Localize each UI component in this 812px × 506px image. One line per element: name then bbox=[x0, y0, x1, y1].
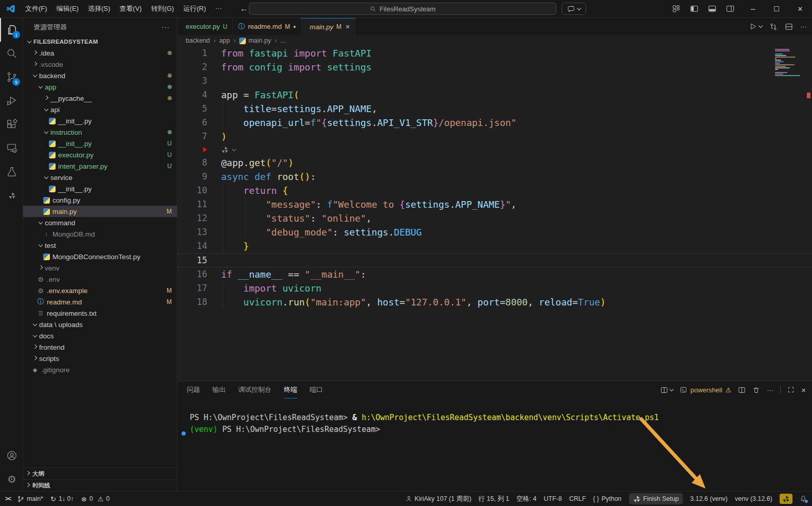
section-timeline[interactable]: 时间线 bbox=[23, 479, 177, 491]
breadcrumb-item[interactable]: main.py bbox=[239, 37, 271, 44]
activity-source-control[interactable]: 9 bbox=[0, 65, 23, 89]
panel-tab-问题[interactable]: 问题 bbox=[187, 381, 200, 399]
tree-item-config.py[interactable]: config.py bbox=[23, 194, 177, 206]
code-line-13[interactable]: 13 "debug_mode": settings.DEBUG bbox=[177, 225, 812, 239]
tree-item-app[interactable]: app bbox=[23, 81, 177, 93]
tree-item-__init__.py[interactable]: __init__.pyU bbox=[23, 138, 177, 149]
breadcrumb-item[interactable]: ... bbox=[280, 37, 285, 44]
menu-查看[interactable]: 查看(V) bbox=[115, 2, 146, 15]
panel-tab-端口[interactable]: 端口 bbox=[310, 381, 323, 399]
tree-item-MongoDB.md[interactable]: ↓MongoDB.md bbox=[23, 228, 177, 240]
section-outline[interactable]: 大纲 bbox=[23, 467, 177, 479]
status-extension-status[interactable] bbox=[780, 494, 792, 504]
code-line-16[interactable]: 16if __name__ == "__main__": bbox=[177, 267, 812, 281]
activity-pinwheel-extension[interactable] bbox=[0, 184, 23, 207]
tree-item-frontend[interactable]: frontend bbox=[23, 341, 177, 353]
code-line-15[interactable]: 15 bbox=[177, 253, 812, 267]
tree-item-docs[interactable]: docs bbox=[23, 330, 177, 341]
status-blame[interactable]: KiriAky 107 (1 周前) bbox=[406, 493, 471, 504]
nav-back-icon[interactable]: ← bbox=[240, 4, 248, 13]
activity-search[interactable] bbox=[0, 42, 23, 65]
breadcrumb-item[interactable]: app bbox=[219, 37, 230, 44]
status-python-interpreter[interactable]: 3.12.6 (venv) bbox=[690, 493, 728, 504]
tree-item-scripts[interactable]: scripts bbox=[23, 353, 177, 364]
tree-item-readme.md[interactable]: ⓘreadme.mdM bbox=[23, 296, 177, 308]
activity-remote-explorer[interactable] bbox=[0, 136, 23, 160]
code-line-6[interactable]: 6 openapi_url=f"{settings.API_V1_STR}/op… bbox=[177, 116, 812, 130]
open-changes-icon[interactable] bbox=[769, 23, 778, 31]
run-dropdown-icon[interactable] bbox=[759, 24, 763, 28]
menu-编辑[interactable]: 编辑(E) bbox=[52, 2, 83, 15]
minimap[interactable] bbox=[775, 49, 804, 77]
panel-tab-终端[interactable]: 终端 bbox=[284, 381, 297, 399]
status-cursor-position[interactable]: 行 15, 列 1 bbox=[479, 493, 510, 504]
status-indentation[interactable]: 空格: 4 bbox=[516, 493, 536, 504]
tree-item-executor.py[interactable]: executor.pyU bbox=[23, 149, 177, 160]
tree-item-.gitignore[interactable]: ◆.gitignore bbox=[23, 364, 177, 375]
maximize-button[interactable]: ☐ bbox=[765, 0, 788, 18]
tab-executor.py[interactable]: executor.pyU bbox=[177, 18, 233, 35]
split-terminal-icon[interactable] bbox=[738, 386, 746, 394]
tree-item-command[interactable]: command bbox=[23, 217, 177, 228]
activity-settings[interactable]: ⚙ bbox=[0, 467, 23, 491]
tree-item-__pycache__[interactable]: __pycache__ bbox=[23, 93, 177, 104]
close-panel-icon[interactable]: × bbox=[801, 386, 806, 394]
copilot-chat-button[interactable] bbox=[562, 3, 586, 15]
activity-run-debug[interactable] bbox=[0, 89, 23, 113]
code-line-9[interactable]: 9async def root(): bbox=[177, 170, 812, 184]
code-line-7[interactable]: 7) bbox=[177, 130, 812, 143]
terminal-instance-powershell[interactable]: powershell ⚠ bbox=[680, 386, 731, 394]
code-line-2[interactable]: 2from config import settings bbox=[177, 60, 812, 74]
tab-main.py[interactable]: main.pyM× bbox=[301, 18, 355, 35]
tree-item-datauploads[interactable]: data \ uploads bbox=[23, 319, 177, 330]
split-editor-icon[interactable] bbox=[785, 23, 793, 31]
menu-转到[interactable]: 转到(G) bbox=[147, 2, 179, 15]
tree-item-.vscode[interactable]: .vscode bbox=[23, 59, 177, 70]
status-finish-setup[interactable]: Finish Setup bbox=[629, 493, 683, 504]
tree-item-.idea[interactable]: .idea bbox=[23, 47, 177, 59]
status-remote[interactable]: >< bbox=[5, 493, 10, 504]
menu-选择[interactable]: 选择(S) bbox=[83, 2, 115, 15]
breadcrumb[interactable]: backend›app›main.py›... bbox=[177, 35, 812, 46]
kill-terminal-icon[interactable] bbox=[752, 386, 760, 394]
tree-item-test[interactable]: test bbox=[23, 240, 177, 251]
panel-more-actions-icon[interactable]: ··· bbox=[767, 386, 773, 394]
breadcrumb-item[interactable]: backend bbox=[186, 37, 210, 44]
code-line-4[interactable]: 4app = FastAPI( bbox=[177, 88, 812, 102]
tree-item-.env[interactable]: ⚙.env bbox=[23, 274, 177, 285]
chevron-down-icon[interactable] bbox=[232, 147, 236, 151]
activity-extensions[interactable] bbox=[0, 113, 23, 136]
tree-item-instruction[interactable]: instruction bbox=[23, 127, 177, 138]
status-sync[interactable]: ↻1↓ 0↑ bbox=[50, 493, 74, 504]
code-line-14[interactable]: 14 } bbox=[177, 239, 812, 253]
minimize-button[interactable]: ─ bbox=[741, 0, 765, 18]
customize-layout-icon[interactable] bbox=[670, 2, 683, 15]
maximize-panel-icon[interactable] bbox=[787, 386, 795, 393]
tree-item-backend[interactable]: backend bbox=[23, 70, 177, 81]
status-git-branch[interactable]: main* bbox=[17, 493, 43, 504]
status-encoding[interactable]: UTF-8 bbox=[544, 493, 562, 504]
toggle-primary-sidebar-icon[interactable] bbox=[688, 2, 701, 15]
tree-item-requirements.txt[interactable]: ☰requirements.txt bbox=[23, 308, 177, 319]
tab-dirty-dot[interactable]: ● bbox=[293, 24, 296, 29]
run-python-button[interactable] bbox=[749, 23, 762, 30]
command-decoration-dot[interactable] bbox=[182, 431, 186, 436]
panel-tab-输出[interactable]: 输出 bbox=[212, 381, 226, 399]
tree-item-MongoDBConnectionTest.py[interactable]: MongoDBConnectionTest.py bbox=[23, 251, 177, 262]
tree-item-.env.example[interactable]: ⚙.env.exampleM bbox=[23, 285, 177, 296]
tab-readme.md[interactable]: ⓘreadme.mdM● bbox=[233, 18, 301, 35]
code-line-18[interactable]: 18 uvicorn.run("main:app", host="127.0.0… bbox=[177, 295, 812, 309]
code-line-10[interactable]: 10 return { bbox=[177, 184, 812, 197]
close-button[interactable]: ✕ bbox=[788, 0, 812, 18]
status-language-mode[interactable]: { }Python bbox=[593, 493, 621, 504]
tree-item-api[interactable]: api bbox=[23, 104, 177, 115]
editor-more-actions-icon[interactable]: ··· bbox=[800, 23, 807, 30]
panel-tab-调试控制台[interactable]: 调试控制台 bbox=[238, 381, 272, 399]
code-editor[interactable]: 1from fastapi import FastAPI2from config… bbox=[177, 46, 812, 381]
terminal-output[interactable]: PS H:\OwnProject\FilesReadSysteam> & h:\… bbox=[177, 412, 812, 436]
code-line-5[interactable]: 5 title=settings.APP_NAME, bbox=[177, 102, 812, 116]
activity-testing[interactable] bbox=[0, 160, 23, 184]
tree-item-intent_parser.py[interactable]: intent_parser.pyU bbox=[23, 160, 177, 172]
tree-item-__init__.py[interactable]: __init__.py bbox=[23, 115, 177, 127]
status-eol[interactable]: CRLF bbox=[569, 493, 586, 504]
